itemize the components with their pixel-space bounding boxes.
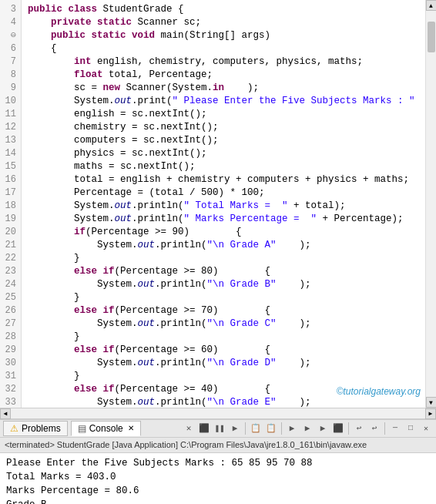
- hscroll-right[interactable]: ▶: [425, 408, 436, 419]
- step2-btn[interactable]: ▶: [316, 422, 330, 435]
- line-numbers: 34⊖6789101112131415161718192021222324252…: [0, 0, 22, 408]
- resume-btn[interactable]: ▶: [228, 422, 242, 435]
- forward-btn[interactable]: ↩: [367, 422, 381, 435]
- warning-icon: ⚠: [10, 423, 18, 434]
- close-icon[interactable]: ✕: [128, 424, 134, 432]
- rerun-btn[interactable]: ↩: [352, 422, 366, 435]
- scrollbar[interactable]: ▲ ▼: [425, 0, 436, 408]
- tab-console[interactable]: ▤ Console ✕: [71, 421, 141, 436]
- console-icon: ▤: [78, 423, 86, 434]
- scroll-up[interactable]: ▲: [426, 0, 437, 11]
- console-toolbar: ⚠ Problems ▤ Console ✕ ✕ ⬛ ❚❚ ▶ 📋 📋 ▶ ▶ …: [0, 419, 436, 438]
- run-btn[interactable]: ▶: [285, 422, 299, 435]
- terminate-btn[interactable]: ✕: [182, 422, 196, 435]
- tab-problems-label: Problems: [22, 423, 61, 434]
- code-area[interactable]: public class StudentGrade { private stat…: [22, 0, 425, 408]
- hscroll-left[interactable]: ◀: [0, 408, 11, 419]
- watermark: ©tutorialgateway.org: [337, 386, 421, 397]
- hscroll-track: [11, 410, 425, 418]
- console-output: Please Enter the Five Subjects Marks : 6…: [0, 453, 436, 504]
- step-btn[interactable]: ▶: [300, 422, 314, 435]
- scroll-thumb[interactable]: [428, 22, 435, 52]
- status-text: <terminated> StudentGrade [Java Applicat…: [5, 440, 367, 449]
- scroll-down[interactable]: ▼: [426, 397, 437, 408]
- copy-btn[interactable]: 📋: [249, 422, 263, 435]
- remove-btn[interactable]: ⬛: [197, 422, 211, 435]
- paste-btn[interactable]: 📋: [264, 422, 278, 435]
- tab-console-label: Console: [89, 423, 123, 434]
- maximize-btn[interactable]: □: [404, 422, 418, 435]
- status-bar: <terminated> StudentGrade [Java Applicat…: [0, 438, 436, 453]
- stop-btn[interactable]: ⬛: [331, 422, 345, 435]
- minimize-btn[interactable]: ─: [388, 422, 402, 435]
- editor-container: 34⊖6789101112131415161718192021222324252…: [0, 0, 436, 408]
- tab-problems[interactable]: ⚠ Problems: [3, 421, 68, 436]
- suspend-btn[interactable]: ❚❚: [213, 422, 226, 435]
- close-view-btn[interactable]: ✕: [419, 422, 433, 435]
